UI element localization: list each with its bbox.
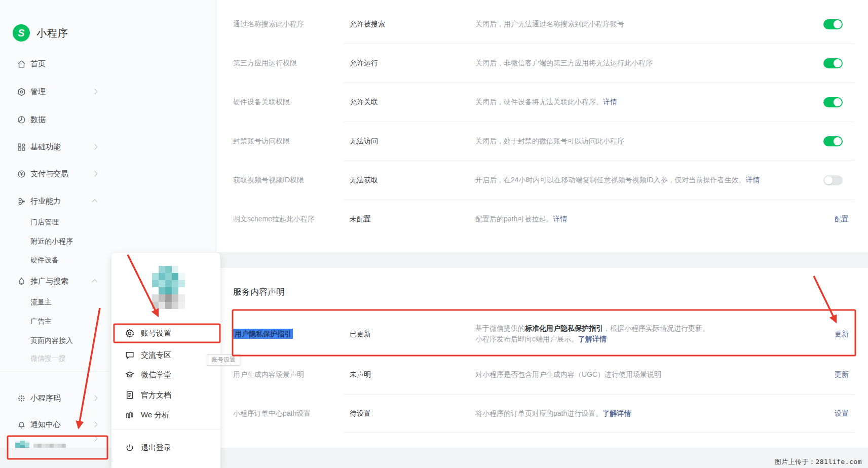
row-divider (344, 394, 855, 395)
sidebar-item-hardware-devices[interactable]: 硬件设备 (30, 256, 59, 265)
app-title: 小程序 (36, 26, 68, 40)
desc-text: 关闭后，硬件设备将无法关联此小程序。 (475, 98, 603, 106)
toggle-on[interactable] (823, 97, 843, 107)
sidebar-item-notification-center[interactable]: 通知中心 (0, 417, 109, 432)
sidebar-item-home[interactable]: 首页 (0, 56, 109, 71)
sidebar-item-data[interactable]: 数据 (0, 112, 109, 127)
toggle-on[interactable] (823, 136, 843, 146)
tooltip-account-settings: 账号设置 (207, 354, 240, 366)
table-row: 第三方应用运行权限 允许运行 关闭后，非微信客户端的第三方应用将无法运行此小程序 (216, 44, 868, 83)
menu-item-forum[interactable]: 交流专区 (111, 346, 220, 364)
menu-item-official-docs[interactable]: 官方文档 (111, 386, 220, 404)
row-label: 第三方应用运行权限 (233, 59, 297, 68)
sidebar-item-store-management[interactable]: 门店管理 (30, 218, 59, 227)
manage-icon (17, 87, 26, 96)
sidebar-item-label: 行业能力 (30, 197, 61, 206)
power-icon (125, 443, 134, 452)
graduation-cap-icon (125, 370, 134, 379)
table-row: 明文scheme拉起此小程序 未配置 配置后的path可被拉起。详情 配置 (216, 200, 868, 239)
row-value: 未声明 (350, 370, 371, 379)
row-label: 小程序订单中心path设置 (233, 409, 311, 418)
sidebar-divider (0, 371, 109, 372)
row-description: 配置后的path可被拉起。详情 (475, 214, 567, 225)
menu-item-label: 账号设置 (141, 329, 171, 338)
chevron-up-icon (92, 279, 97, 285)
popup-divider (111, 429, 220, 430)
row-label: 用户隐私保护指引 (233, 330, 293, 339)
learn-more-link[interactable]: 了解详情 (602, 409, 631, 417)
sidebar-item-promotion-search[interactable]: 推广与搜索 (0, 274, 109, 289)
sidebar-item-page-content-access[interactable]: 页面内容接入 (30, 336, 73, 345)
detail-link[interactable]: 详情 (553, 215, 567, 223)
row-label: 获取视频号视频ID权限 (233, 176, 304, 185)
sidebar-item-advertiser[interactable]: 广告主 (30, 317, 52, 326)
sidebar-item-label: 基础功能 (30, 142, 61, 152)
row-description: 将小程序的订单页对应的path进行设置。了解详情 (475, 408, 631, 419)
menu-item-label: 微信学堂 (141, 370, 171, 380)
sidebar-item-manage[interactable]: 管理 (0, 84, 109, 99)
menu-item-account-settings[interactable]: 账号设置 (111, 324, 220, 342)
watermark-text: 图片上传于：281life.com (774, 457, 862, 466)
table-row: 封禁账号访问权限 无法访问 关闭后，处于封禁的微信账号可以访问此小程序 (216, 122, 868, 161)
promo-icon (17, 277, 26, 286)
pay-icon (17, 169, 26, 178)
chevron-right-icon (92, 395, 97, 401)
row-description: 对小程序是否包含用户生成内容（UGC）进行使用场景说明 (475, 369, 661, 380)
desc-text: 对小程序是否包含用户生成内容（UGC）进行使用场景说明 (475, 370, 661, 378)
sidebar-item-traffic-owner[interactable]: 流量主 (30, 298, 52, 307)
row-divider (344, 200, 855, 200)
row-description: 开启后，在24小时内可以在移动端复制任意视频号视频ID入参，仅对当前操作者生效。… (475, 175, 760, 186)
sidebar-item-label: 首页 (30, 59, 46, 69)
sidebar-item-payment[interactable]: 支付与交易 (0, 166, 109, 181)
row-divider (344, 122, 855, 122)
row-label: 明文scheme拉起此小程序 (233, 215, 315, 224)
selected-text[interactable]: 用户隐私保护指引 (233, 329, 293, 339)
desc-text: 开启后，在24小时内可以在移动端复制任意视频号视频ID入参，仅对当前操作者生效。 (475, 176, 746, 184)
sidebar-item-basic-features[interactable]: 基础功能 (0, 139, 109, 154)
row-description: 关闭后，硬件设备将无法关联此小程序。详情 (475, 97, 617, 108)
industry-icon (17, 197, 26, 206)
menu-item-label: 交流专区 (141, 350, 171, 360)
sidebar-item-label: 管理 (30, 87, 46, 97)
sidebar-item-label: 通知中心 (30, 420, 61, 430)
data-icon (17, 115, 26, 124)
sidebar-item-wechat-search[interactable]: 微信搜一搜 (30, 354, 66, 363)
menu-item-label: We 分析 (141, 410, 169, 420)
row-divider (344, 161, 855, 161)
toggle-on[interactable] (823, 58, 843, 68)
chevron-up-icon (92, 199, 97, 205)
row-label: 通过名称搜索此小程序 (233, 20, 304, 29)
detail-link[interactable]: 详情 (746, 176, 760, 184)
menu-item-wechat-academy[interactable]: 微信学堂 (111, 366, 220, 384)
configure-button[interactable]: 配置 (835, 215, 849, 224)
detail-link[interactable]: 详情 (603, 98, 617, 106)
update-button[interactable]: 更新 (835, 370, 849, 379)
chevron-right-icon (92, 421, 97, 427)
settings-button[interactable]: 设置 (835, 409, 849, 418)
sidebar-item-nearby-miniprograms[interactable]: 附近的小程序 (30, 237, 73, 246)
main-content: 通过名称搜索此小程序 允许被搜索 关闭后，用户无法通过名称搜索到此小程序账号 第… (216, 0, 868, 468)
row-value: 待设置 (350, 409, 371, 418)
toggle-off[interactable] (823, 175, 843, 185)
table-row: 硬件设备关联权限 允许关联 关闭后，硬件设备将无法关联此小程序。详情 (216, 83, 868, 122)
gear-icon (125, 329, 134, 338)
menu-item-label: 退出登录 (141, 443, 171, 453)
sidebar-item-industry[interactable]: 行业能力 (0, 193, 109, 209)
update-button[interactable]: 更新 (835, 330, 849, 339)
table-row: 获取视频号视频ID权限 无法获取 开启后，在24小时内可以在移动端复制任意视频号… (216, 161, 868, 200)
row-value: 无法获取 (350, 176, 378, 185)
menu-item-logout[interactable]: 退出登录 (111, 439, 220, 457)
sidebar-item-miniprogram-code[interactable]: 小程序码 (0, 391, 109, 406)
permissions-panel: 通过名称搜索此小程序 允许被搜索 关闭后，用户无法通过名称搜索到此小程序账号 第… (216, 0, 868, 252)
desc-text: 配置后的path可被拉起。 (475, 215, 553, 223)
grid-icon (17, 142, 26, 151)
desc-text: ，根据小程序实际情况进行更新。 (603, 324, 709, 332)
bar-chart-icon (125, 410, 134, 419)
row-description: 关闭后，处于封禁的微信账号可以访问此小程序 (475, 136, 624, 147)
sidebar-item-label: 支付与交易 (30, 169, 68, 179)
menu-item-we-analytics[interactable]: We 分析 (111, 406, 220, 424)
row-value: 无法访问 (350, 137, 378, 146)
toggle-on[interactable] (823, 19, 843, 29)
qrcode-icon (17, 394, 26, 403)
learn-more-link[interactable]: 了解详情 (578, 335, 607, 343)
